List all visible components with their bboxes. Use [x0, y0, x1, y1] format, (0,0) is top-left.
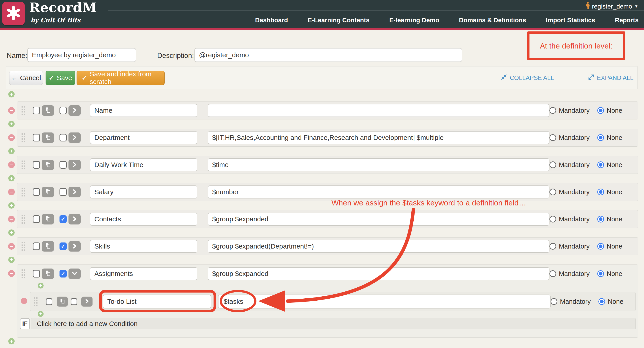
save-and-index-button[interactable]: ✓ Save and index from scratch: [76, 71, 164, 85]
field-name-input[interactable]: [90, 240, 198, 253]
none-radio[interactable]: [597, 216, 604, 222]
expand-field-button[interactable]: [68, 241, 80, 252]
field-value-input[interactable]: [208, 104, 550, 117]
field-checkbox[interactable]: [33, 270, 40, 278]
expand-field-button[interactable]: [68, 132, 80, 143]
collapse-all-button[interactable]: COLLAPSE ALL: [501, 66, 554, 89]
mandatory-radio[interactable]: [550, 270, 556, 277]
none-radio[interactable]: [597, 107, 604, 114]
none-radio[interactable]: [597, 243, 604, 250]
duplicate-field-button[interactable]: [42, 241, 54, 252]
remove-field-button[interactable]: −: [8, 162, 15, 168]
remove-subfield-button[interactable]: −: [21, 298, 27, 304]
drag-handle[interactable]: [22, 106, 25, 115]
duplicate-field-button[interactable]: [42, 187, 54, 197]
mandatory-radio[interactable]: [550, 216, 556, 222]
field-visible-checkbox[interactable]: ✓: [60, 215, 67, 223]
field-checkbox[interactable]: [33, 161, 40, 168]
nav-import-statistics[interactable]: Import Statistics: [546, 16, 595, 24]
add-condition-bar[interactable]: Click here to add a new Condition: [31, 318, 636, 329]
remove-field-button[interactable]: −: [8, 188, 15, 195]
field-visible-checkbox[interactable]: ✓: [60, 270, 67, 278]
duplicate-field-button[interactable]: [57, 296, 68, 306]
nav-dashboard[interactable]: Dashboard: [255, 16, 288, 24]
nav-domains-definitions[interactable]: Domains & Definitions: [459, 16, 526, 24]
field-name-input[interactable]: [90, 158, 198, 171]
recordm-logo[interactable]: [2, 2, 25, 25]
definition-name-input[interactable]: [28, 48, 136, 62]
duplicate-field-button[interactable]: [42, 268, 54, 279]
expand-field-button[interactable]: [81, 296, 92, 306]
field-visible-checkbox[interactable]: [60, 161, 67, 168]
duplicate-field-button[interactable]: [42, 132, 54, 143]
field-visible-checkbox[interactable]: ✓: [60, 242, 67, 250]
add-field-button[interactable]: +: [8, 121, 14, 127]
add-subfield-button[interactable]: +: [38, 311, 44, 317]
mandatory-radio[interactable]: [550, 243, 556, 250]
add-field-button[interactable]: +: [8, 256, 14, 263]
remove-field-button[interactable]: −: [8, 270, 15, 277]
drag-handle[interactable]: [22, 160, 25, 169]
add-field-button[interactable]: +: [8, 202, 14, 208]
expand-field-button[interactable]: [68, 187, 80, 197]
mandatory-radio[interactable]: [550, 188, 556, 195]
field-visible-checkbox[interactable]: [60, 188, 67, 196]
remove-field-button[interactable]: −: [8, 107, 15, 114]
nav-elearning-contents[interactable]: E-Learning Contents: [308, 16, 370, 24]
drag-handle[interactable]: [22, 242, 25, 251]
add-field-button[interactable]: +: [8, 230, 14, 236]
field-checkbox[interactable]: [33, 215, 40, 223]
remove-field-button[interactable]: −: [8, 134, 15, 141]
field-value-input[interactable]: [208, 158, 550, 171]
field-checkbox[interactable]: [33, 134, 40, 142]
field-value-input[interactable]: [218, 294, 550, 308]
drag-handle[interactable]: [22, 270, 25, 278]
duplicate-field-button[interactable]: [42, 160, 54, 170]
nav-reports[interactable]: Reports: [615, 16, 638, 24]
field-visible-checkbox[interactable]: [60, 107, 67, 114]
expand-field-button[interactable]: [68, 105, 80, 116]
if-condition-badge[interactable]: IF: [20, 318, 30, 329]
field-checkbox[interactable]: [33, 188, 40, 196]
none-radio[interactable]: [597, 188, 604, 195]
mandatory-radio[interactable]: [550, 134, 556, 141]
mandatory-radio[interactable]: [550, 298, 557, 305]
field-checkbox[interactable]: [33, 242, 40, 250]
none-radio[interactable]: [598, 298, 605, 305]
field-value-input[interactable]: [208, 240, 550, 253]
add-subfield-button[interactable]: +: [38, 283, 44, 288]
add-field-button[interactable]: +: [8, 175, 14, 182]
field-value-input[interactable]: [208, 186, 550, 198]
field-name-input[interactable]: [90, 131, 198, 144]
field-name-input[interactable]: [90, 267, 198, 280]
nav-elearning-demo[interactable]: E-learning Demo: [389, 16, 439, 24]
add-field-button[interactable]: +: [8, 148, 14, 154]
none-radio[interactable]: [597, 134, 604, 141]
expand-field-button[interactable]: [68, 160, 80, 170]
user-menu[interactable]: register_demo ▼: [586, 2, 638, 11]
none-radio[interactable]: [597, 162, 604, 168]
field-checkbox[interactable]: [33, 107, 40, 114]
add-field-button[interactable]: +: [8, 338, 14, 344]
definition-description-input[interactable]: [194, 48, 462, 62]
mandatory-radio[interactable]: [550, 162, 556, 168]
mandatory-radio[interactable]: [550, 107, 556, 114]
field-name-input[interactable]: [103, 294, 211, 308]
field-visible-checkbox[interactable]: [71, 298, 77, 305]
field-value-input[interactable]: [208, 267, 550, 280]
field-name-input[interactable]: [90, 104, 198, 117]
expand-field-button[interactable]: [68, 214, 80, 224]
expand-all-button[interactable]: EXPAND ALL: [588, 66, 634, 89]
field-value-input[interactable]: [208, 131, 550, 144]
none-radio[interactable]: [597, 270, 604, 277]
field-name-input[interactable]: [90, 186, 198, 198]
add-field-button[interactable]: +: [8, 91, 14, 98]
field-visible-checkbox[interactable]: [60, 134, 67, 142]
collapse-field-button[interactable]: [68, 268, 80, 279]
drag-handle[interactable]: [22, 133, 25, 142]
save-button[interactable]: ✓ Save: [46, 71, 75, 85]
field-name-input[interactable]: [90, 212, 198, 226]
remove-field-button[interactable]: −: [8, 216, 15, 222]
remove-field-button[interactable]: −: [8, 243, 15, 250]
field-value-input[interactable]: [208, 212, 550, 226]
